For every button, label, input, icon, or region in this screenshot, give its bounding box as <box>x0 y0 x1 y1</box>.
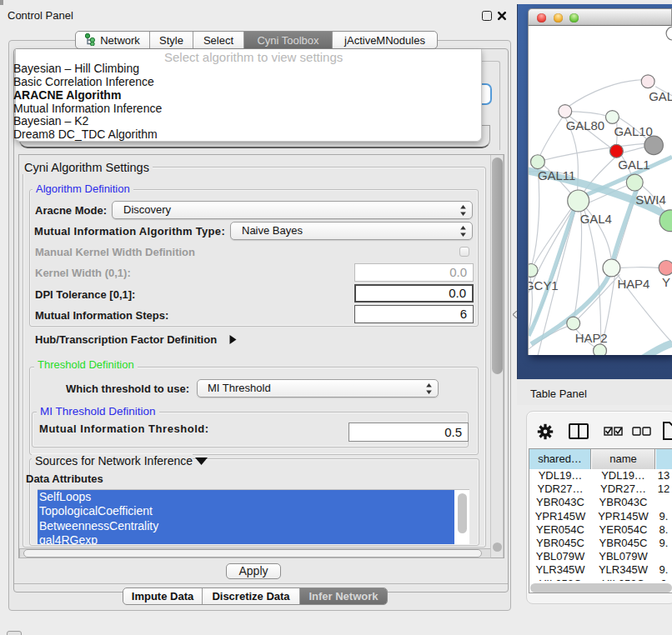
svg-text:GAL4: GAL4 <box>580 212 612 226</box>
svg-text:SWI4: SWI4 <box>635 193 665 207</box>
svg-text:GAL1: GAL1 <box>618 158 649 172</box>
svg-text:GCY1: GCY1 <box>528 279 559 292</box>
svg-text:GAL11: GAL11 <box>538 169 575 182</box>
svg-text:HAP4: HAP4 <box>617 278 649 291</box>
svg-text:GAL7: GAL7 <box>649 90 672 103</box>
svg-text:GAL80: GAL80 <box>566 119 604 132</box>
svg-text:Y: Y <box>662 276 670 289</box>
svg-text:GAL10: GAL10 <box>614 125 652 138</box>
svg-text:HAP2: HAP2 <box>575 332 608 345</box>
